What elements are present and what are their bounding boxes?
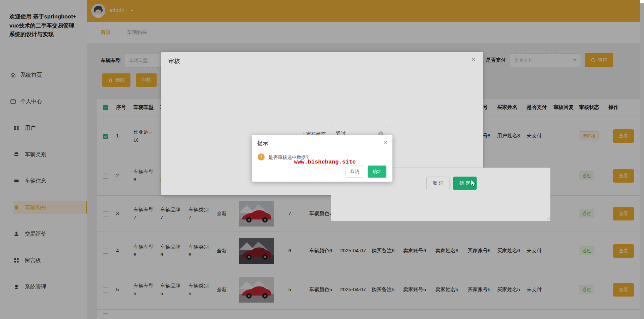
confirm-cancel-button[interactable]: 取消	[345, 166, 364, 178]
confirm-box: 提示 × ! 是否审核选中数据? www.bishebang.site 取消 确…	[252, 135, 392, 182]
confirm-box-footer: 取消 确定	[345, 166, 386, 178]
warning-icon: !	[258, 153, 265, 161]
confirm-ok-button[interactable]: 确定	[368, 166, 386, 178]
close-icon[interactable]: ×	[384, 139, 387, 145]
watermark-text: www.bishebang.site	[294, 159, 356, 165]
scrollbar-corner	[640, 0, 644, 3]
app: 欢迎使用 基于springboot+vue技术的二手车交易管理系统的设计与实现 …	[0, 0, 644, 319]
confirm-box-title: 提示	[257, 140, 268, 147]
